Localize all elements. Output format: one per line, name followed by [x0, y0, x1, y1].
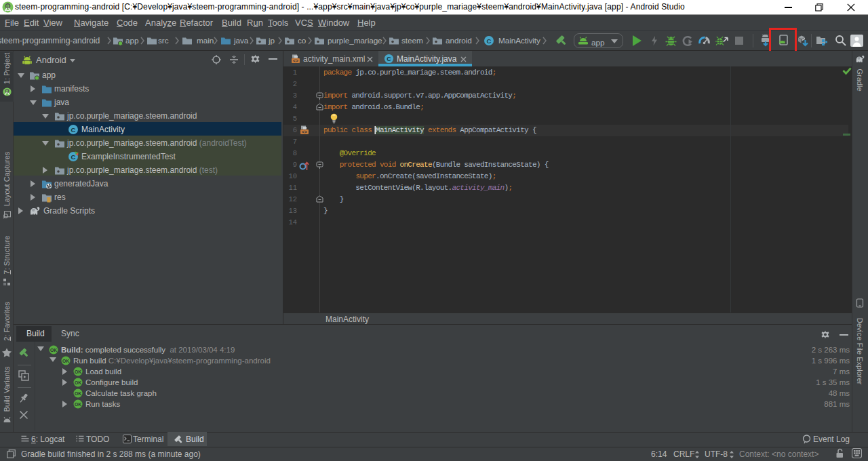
svg-text:OK: OK	[50, 348, 57, 353]
svg-text:<>: <>	[302, 130, 307, 135]
svg-text:C: C	[71, 126, 76, 134]
svg-text:OK: OK	[75, 402, 81, 407]
svg-text:C: C	[387, 56, 391, 62]
svg-text:<>: <>	[293, 59, 298, 64]
svg-text:OK: OK	[62, 359, 69, 363]
svg-text:C: C	[71, 153, 76, 161]
svg-text:OK: OK	[75, 391, 81, 396]
svg-text:OK: OK	[75, 369, 81, 374]
svg-text:OK: OK	[75, 380, 81, 385]
svg-text:C: C	[487, 37, 492, 45]
